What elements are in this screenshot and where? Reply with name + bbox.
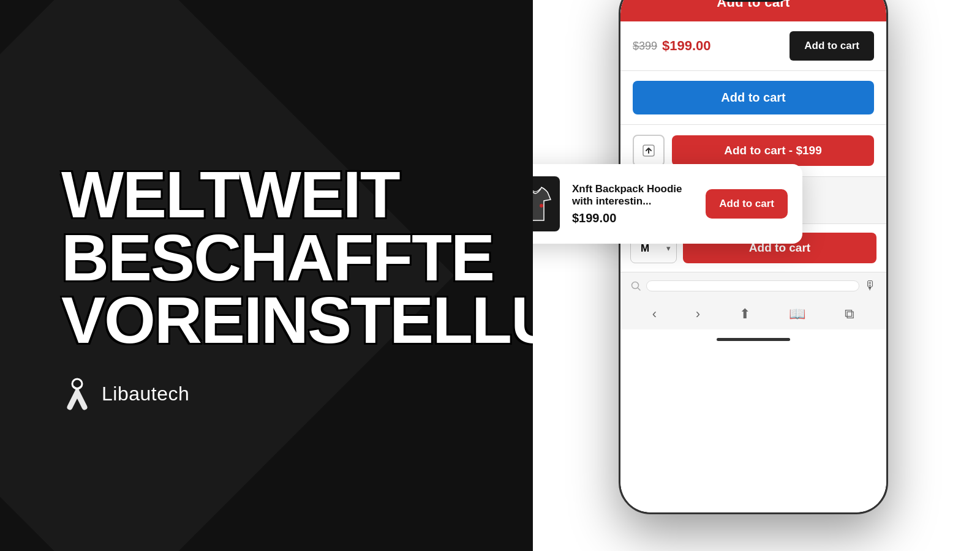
red-price-add-to-cart-button[interactable]: Add to cart - $199 bbox=[672, 135, 874, 166]
phone-content: Add to cart $399 $199.00 Add to cart Add… bbox=[620, 0, 886, 512]
mic-icon: 🎙 bbox=[864, 279, 876, 293]
hoodie-icon bbox=[533, 182, 554, 225]
left-content: WELTWEIT BESCHAFFTE VOREINSTELLUNGEN Lib… bbox=[0, 0, 533, 551]
home-bar bbox=[717, 338, 790, 341]
svg-point-2 bbox=[632, 282, 639, 288]
tooltip-image bbox=[533, 176, 560, 231]
svg-point-3 bbox=[540, 204, 543, 208]
tooltip-info: Xnft Backpack Hoodie with interestin... … bbox=[572, 183, 693, 225]
blue-add-to-cart-button[interactable]: Add to cart bbox=[633, 81, 874, 114]
tooltip-card: Xnft Backpack Hoodie with interestin... … bbox=[533, 164, 802, 244]
browser-nav: ‹ › ⬆ 📖 ⧉ bbox=[620, 299, 886, 329]
tooltip-title: Xnft Backpack Hoodie with interestin... bbox=[572, 183, 693, 208]
headline-line1: WELTWEIT bbox=[61, 163, 533, 227]
left-panel: WELTWEIT BESCHAFFTE VOREINSTELLUNGEN Lib… bbox=[0, 0, 533, 551]
phone-screen: Add to cart $399 $199.00 Add to cart Add… bbox=[620, 0, 886, 512]
brand-name: Libautech bbox=[102, 383, 189, 405]
headline-line2: BESCHAFFTE bbox=[61, 227, 533, 290]
blue-section: Add to cart bbox=[620, 71, 886, 125]
brand-logo-icon bbox=[61, 377, 93, 412]
top-add-to-cart-button[interactable]: Add to cart bbox=[620, 0, 886, 21]
tabs-icon[interactable]: ⧉ bbox=[845, 306, 854, 322]
phone-notch bbox=[717, 0, 790, 2]
headline: WELTWEIT BESCHAFFTE VOREINSTELLUNGEN bbox=[61, 163, 533, 352]
tooltip-add-to-cart-button[interactable]: Add to cart bbox=[706, 189, 788, 219]
headline-line3: VOREINSTELLUNGEN bbox=[61, 289, 533, 352]
bookmarks-icon[interactable]: 📖 bbox=[789, 306, 805, 322]
dark-add-to-cart-button[interactable]: Add to cart bbox=[790, 31, 874, 61]
search-bar: 🎙 bbox=[620, 272, 886, 299]
home-indicator bbox=[620, 329, 886, 349]
sale-price: $199.00 bbox=[662, 38, 711, 54]
price-container: $399 $199.00 bbox=[633, 38, 711, 54]
forward-icon[interactable]: › bbox=[696, 306, 700, 322]
search-icon bbox=[630, 280, 641, 291]
search-input[interactable] bbox=[646, 280, 859, 291]
price-row: $399 $199.00 Add to cart bbox=[620, 21, 886, 71]
share-icon[interactable]: ⬆ bbox=[739, 306, 750, 322]
original-price: $399 bbox=[633, 40, 657, 53]
brand-row: Libautech bbox=[61, 377, 533, 412]
upload-button[interactable] bbox=[633, 135, 665, 167]
tooltip-price: $199.00 bbox=[572, 211, 693, 225]
back-icon[interactable]: ‹ bbox=[652, 306, 657, 322]
right-panel: Add to cart $399 $199.00 Add to cart Add… bbox=[533, 0, 980, 551]
phone-mockup: Add to cart $399 $199.00 Add to cart Add… bbox=[619, 0, 888, 514]
upload-icon bbox=[641, 143, 656, 158]
